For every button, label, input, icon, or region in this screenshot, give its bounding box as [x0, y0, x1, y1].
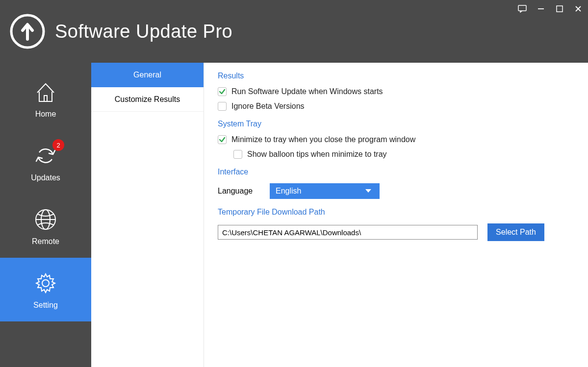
tab-customize-results[interactable]: Customize Results [91, 87, 204, 112]
app-title: Software Update Pro [55, 21, 232, 42]
option-label: Show balloon tips when minimize to tray [247, 150, 387, 159]
gear-icon [32, 269, 59, 297]
tab-general[interactable]: General [91, 63, 204, 87]
sidebar-item-home[interactable]: Home [0, 67, 91, 130]
sidebar-item-label: Updates [31, 173, 60, 182]
refresh-icon: 2 [32, 142, 59, 170]
option-label: Run Software Update when Windows starts [231, 87, 383, 96]
option-balloon-tips[interactable]: Show balloon tips when minimize to tray [233, 150, 574, 159]
checkbox-icon[interactable] [218, 102, 227, 111]
option-label: Minimize to tray when you close the prog… [231, 135, 415, 144]
sidebar-item-remote[interactable]: Remote [0, 194, 91, 258]
close-icon[interactable] [573, 4, 583, 14]
option-ignore-beta[interactable]: Ignore Beta Versions [218, 102, 574, 111]
checkbox-icon[interactable] [218, 135, 227, 144]
svg-point-10 [42, 280, 49, 287]
section-title-tray: System Tray [218, 120, 574, 128]
tab-label: General [133, 71, 161, 79]
svg-rect-6 [44, 96, 47, 101]
minimize-icon[interactable] [536, 4, 546, 14]
titlebar: Software Update Pro [0, 0, 588, 63]
sidebar-item-updates[interactable]: 2 Updates [0, 130, 91, 194]
globe-icon [32, 206, 59, 233]
sidebar-item-setting[interactable]: Setting [0, 258, 91, 321]
svg-rect-3 [557, 6, 562, 12]
updates-badge: 2 [52, 139, 64, 151]
settings-content: Results Run Software Update when Windows… [204, 63, 588, 367]
option-minimize-tray[interactable]: Minimize to tray when you close the prog… [218, 135, 574, 144]
checkbox-icon[interactable] [233, 150, 242, 159]
section-title-download-path: Temporary File Download Path [218, 208, 574, 217]
subnav: General Customize Results [91, 63, 204, 367]
language-label: Language [218, 187, 270, 196]
home-icon [32, 78, 59, 106]
language-select[interactable]: English [270, 183, 380, 199]
option-run-on-start[interactable]: Run Software Update when Windows starts [218, 87, 574, 96]
chevron-down-icon [365, 187, 372, 196]
sidebar-item-label: Remote [32, 237, 59, 246]
sidebar-item-label: Home [35, 110, 56, 119]
select-path-button[interactable]: Select Path [487, 223, 544, 241]
feedback-icon[interactable] [517, 4, 527, 14]
section-title-results: Results [218, 72, 574, 80]
section-title-interface: Interface [218, 168, 574, 176]
svg-rect-1 [518, 5, 526, 11]
maximize-icon[interactable] [555, 4, 564, 14]
download-path-input[interactable] [218, 225, 478, 240]
language-value: English [276, 187, 301, 196]
checkbox-icon[interactable] [218, 87, 227, 96]
window-controls [517, 4, 583, 14]
sidebar: Home 2 Updates [0, 63, 91, 367]
sidebar-item-label: Setting [33, 301, 58, 310]
tab-label: Customize Results [115, 95, 180, 104]
option-label: Ignore Beta Versions [231, 102, 305, 111]
app-logo-icon [9, 13, 46, 50]
